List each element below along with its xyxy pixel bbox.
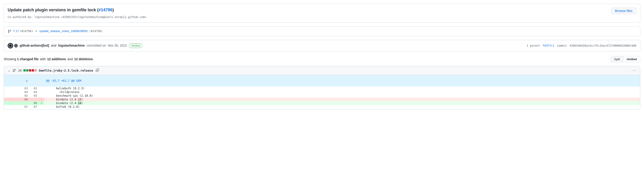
user-name-link[interactable]: logstashmachine [58, 44, 85, 47]
hunk-expand-cell: ↕ [4, 75, 30, 87]
changed-count: 1 changed file [17, 57, 39, 61]
commit-hash: 4366546d28acbcc75c1bac47274000d52606c9d8 [570, 44, 636, 47]
diff-arrows-icon [12, 69, 16, 72]
author-action: committed on [86, 44, 106, 47]
line-old-num: 65 [4, 94, 30, 98]
branch-version-issue: (#14796) [20, 29, 33, 33]
branch-version: 7.17 [13, 29, 19, 33]
commit-label: commit [557, 44, 567, 47]
diff-more-button[interactable]: ··· [632, 68, 636, 73]
table-row: 66 - bindata (2.4.12) [4, 98, 640, 101]
with-label: with [40, 57, 46, 61]
line-old-num: 66 [4, 98, 30, 101]
line-new-num: 65 [30, 94, 39, 98]
stats-row: Showing 1 changed file with 12 additions… [4, 55, 640, 63]
line-content: belzebuth (0.2.3) [44, 87, 640, 90]
line-content: childprocess [44, 90, 640, 94]
stats-text: Showing 1 changed file with 12 additions… [4, 57, 94, 61]
line-new-num: 67 [30, 105, 39, 109]
branch-separator: + [36, 29, 37, 33]
line-sign [39, 87, 44, 90]
line-old-num: 67 [4, 105, 30, 109]
avatar-group [8, 43, 18, 48]
hunk-header-content: @@ -63,7 +63,7 @@ GEM [44, 75, 640, 87]
diff-file-header: ⌄ 24 Gemfile.jruby-2.5.lock.release [4, 66, 640, 75]
commit-title: Update patch plugin versions in gemfile … [8, 8, 114, 12]
diff-highlight-added: 14 [78, 101, 81, 105]
showing-label: Showing [4, 57, 16, 61]
pill-green-2 [26, 69, 28, 72]
author-row: github-actions[bot] and logstashmachine … [4, 40, 640, 51]
line-sign [39, 90, 44, 94]
line-new-num [30, 98, 39, 101]
git-branch-icon [8, 29, 11, 33]
verified-badge: Verified [129, 43, 142, 48]
line-sign [39, 94, 44, 98]
period: . [93, 57, 94, 61]
author-info: github-actions[bot] and logstashmachine … [8, 43, 142, 48]
author-conjunction: and [51, 44, 56, 47]
diff-table: ↕ @@ -63,7 +63,7 @@ GEM 63 63 belzebuth … [4, 75, 640, 109]
split-button[interactable]: Split [611, 56, 624, 62]
expand-icon[interactable]: ↕ [26, 79, 28, 83]
line-old-num: 63 [4, 87, 30, 90]
parent-label: 1 parent [527, 44, 540, 47]
branch-issue: (#14796) [89, 29, 103, 33]
branch-name-text: update_release_notes_1669828850 [39, 29, 88, 33]
diff-change-count: 24 [18, 69, 22, 72]
table-row: 65 65 benchmark-ips (2.10.0) [4, 94, 640, 98]
line-content: benchmark-ips (2.10.0) [44, 94, 640, 98]
line-content: bindata (2.4.14) [44, 101, 640, 105]
commit-title-text: Update patch plugin versions in gemfile … [8, 8, 96, 12]
table-row: 64 64 childprocess [4, 90, 640, 94]
user-avatar [14, 44, 18, 48]
line-content: bindata (2.4.12) [44, 98, 640, 101]
and-label: and [67, 57, 73, 61]
copy-filename-button[interactable] [96, 69, 99, 73]
commit-header: Update patch plugin versions in gemfile … [4, 4, 640, 23]
version-link[interactable]: 7.17 (#14796) [13, 29, 34, 33]
unified-button[interactable]: Unified [624, 56, 640, 62]
pill-red-2 [32, 69, 34, 72]
additions-count: 12 additions [47, 57, 66, 61]
commit-subtitle: Co-authored-by: logstashmachine <4350231… [8, 15, 636, 19]
branch-info: 7.17 (#14796) + update_release_notes_166… [4, 26, 640, 36]
parent-hash-link[interactable]: fd3ffc1 [543, 44, 554, 47]
author-date: Nov 30, 2022 [108, 44, 127, 47]
hunk-header-row: ↕ @@ -63,7 +63,7 @@ GEM [4, 75, 640, 87]
bot-name-link[interactable]: github-actions[bot] [20, 44, 49, 47]
diff-section: ⌄ 24 Gemfile.jruby-2.5.lock.release [4, 66, 640, 110]
table-row: 67 67 buftok (0.2.0) [4, 105, 640, 109]
line-new-num: 64 [30, 90, 39, 94]
author-text: github-actions[bot] and logstashmachine … [20, 43, 142, 48]
diff-filename: Gemfile.jruby-2.5.lock.release [39, 69, 93, 72]
line-old-num [4, 101, 30, 105]
table-row: 63 63 belzebuth (0.2.3) [4, 87, 640, 90]
collapse-button[interactable]: ⌄ [8, 69, 10, 72]
browse-files-button[interactable]: Browse files [611, 8, 636, 14]
deletions-count: 12 deletions [74, 57, 93, 61]
pill-red-1 [29, 69, 31, 72]
line-old-num: 64 [4, 90, 30, 94]
diff-pills [23, 69, 37, 72]
commit-issue-link[interactable]: #14796 [98, 8, 112, 12]
pill-green-1 [23, 69, 26, 72]
diff-highlight-removed: 12 [78, 98, 81, 101]
hunk-sign-cell [39, 75, 44, 87]
pill-red-3 [34, 69, 37, 72]
hunk-new-num-cell [30, 75, 39, 87]
line-sign [39, 105, 44, 109]
table-row: 66 + bindata (2.4.14) [4, 101, 640, 105]
line-sign: + [39, 101, 44, 105]
bot-avatar [8, 43, 13, 48]
line-new-num: 63 [30, 87, 39, 90]
line-sign: - [39, 98, 44, 101]
diff-file-info: ⌄ 24 Gemfile.jruby-2.5.lock.release [8, 69, 99, 73]
line-new-num: 66 [30, 101, 39, 105]
branch-name-link[interactable]: update_release_notes_1669828850 [39, 29, 88, 33]
commit-meta: 1 parent fd3ffc1 commit 4366546d28acbcc7… [527, 44, 636, 47]
line-content: buftok (0.2.0) [44, 105, 640, 109]
split-unified-toggle: Split Unified [611, 56, 640, 62]
